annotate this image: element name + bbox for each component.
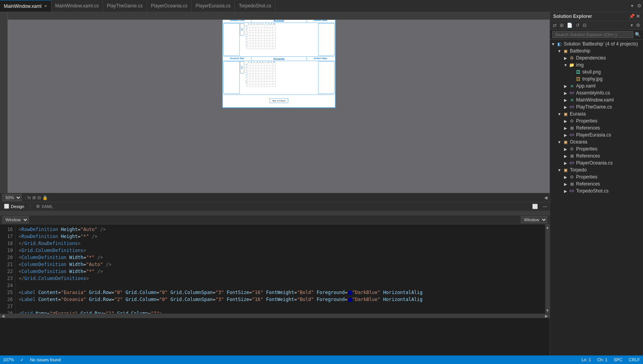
se-collapse-btn[interactable]: ⊟ — [582, 22, 588, 29]
oceania-refs-icon: ⊞ — [569, 153, 575, 159]
designer-canvas[interactable]: Oceania's Shot Eurasia Sunken Ships — [8, 20, 550, 193]
zoom-select[interactable]: 50% 100% 150% — [2, 194, 22, 201]
expand-eurasia-icon[interactable]: ▼ — [556, 111, 562, 117]
expand-dependencies-icon[interactable]: ▶ — [562, 55, 569, 61]
expand-oceania-icon[interactable]: ▼ — [556, 139, 562, 145]
se-oceania-properties[interactable]: ▶ ⚙ Properties — [550, 145, 643, 152]
grid-icon: ⊞ — [32, 195, 36, 200]
settings-icon[interactable]: ⚙ — [636, 3, 643, 9]
code-content[interactable]: <RowDefinition Height="Auto" /> <RowDefi… — [16, 224, 545, 313]
se-oceania-references[interactable]: ▶ ⊞ References — [550, 152, 643, 159]
se-battleship[interactable]: ▼ ▣ Battleship — [550, 47, 643, 54]
expand-oceania-props-icon[interactable]: ▶ — [562, 146, 569, 152]
expand-appxaml-icon[interactable]: ▶ — [562, 83, 569, 89]
tab-bar: MainWindow.xaml ✕ MainWindow.xaml.cs Pla… — [0, 0, 643, 12]
app-xaml-icon: ≋ — [569, 83, 575, 89]
expand-playthegame-icon[interactable]: ▶ — [562, 104, 569, 110]
tab-mainwindow-cs[interactable]: MainWindow.xaml.cs — [51, 0, 103, 12]
se-playeroceania[interactable]: ▶ C# PlayerOceania.cs — [550, 159, 643, 166]
img-folder-icon: 📁 — [569, 62, 575, 68]
expand-torpedo-refs-icon[interactable]: ▶ — [562, 181, 569, 187]
se-mainwindow-xaml[interactable]: ▶ ≋ MainWindow.xaml — [550, 96, 643, 103]
minimize-icon[interactable]: — — [540, 204, 550, 209]
code-left-selector[interactable]: Window — [2, 216, 29, 223]
se-torpedoshot[interactable]: ▶ C# TorpedoShot.cs — [550, 187, 643, 194]
code-horizontal-scrollbar[interactable]: ◀ ▶ — [0, 313, 550, 318]
torpedo-project-icon: ▣ — [562, 167, 569, 173]
se-title-bar: Solution Explorer 📌 ✕ — [550, 12, 643, 21]
se-show-all-btn[interactable]: 📄 — [566, 22, 574, 29]
line-numbers: 16 17 18 19 20 21 22 23 24 25 26 27 28 2… — [0, 224, 16, 313]
playeroceania-icon: C# — [569, 160, 575, 166]
se-tree: ▼ ◧ Solution 'Battleship' (4 of 4 projec… — [550, 40, 643, 355]
expand-assemblyinfo-icon[interactable]: ▶ — [562, 90, 569, 96]
se-close-icon[interactable]: ✕ — [636, 14, 640, 19]
status-ch: Ch: 1 — [597, 357, 607, 362]
expand-torpedo-icon[interactable]: ▼ — [556, 167, 562, 173]
se-toolbar: ⇄ ⊞ 📄 ↺ ⊟ ▾ ⚙ — [550, 21, 643, 30]
se-solution[interactable]: ▼ ◧ Solution 'Battleship' (4 of 4 projec… — [550, 40, 643, 47]
se-skull-png[interactable]: 🖼 skull.png — [550, 68, 643, 75]
playthegame-icon: C# — [569, 104, 575, 110]
code-vertical-scrollbar[interactable]: ▲ ▼ — [545, 224, 550, 313]
expand-solution-icon[interactable]: ▼ — [550, 41, 556, 47]
expand-eurasia-props-icon[interactable]: ▶ — [562, 118, 569, 124]
tab-playeroceania[interactable]: PlayerOceania.cs — [147, 0, 192, 12]
expand-icon[interactable]: ⬜ — [530, 204, 540, 209]
playereurasia-icon: C# — [569, 132, 575, 138]
se-torpedo[interactable]: ▼ ▣ Torpedo — [550, 166, 643, 173]
search-icon[interactable]: 🔍 — [635, 32, 641, 37]
code-right-selector[interactable]: Window — [521, 216, 547, 223]
design-icon: ⬜ — [4, 204, 9, 209]
expand-playeroceania-icon[interactable]: ▶ — [562, 160, 569, 166]
scroll-left-icon[interactable]: ◀ — [544, 195, 547, 200]
horizontal-scrollbar[interactable] — [0, 210, 550, 215]
design-tab[interactable]: ⬜ Design — [0, 203, 28, 210]
se-img-folder[interactable]: ▼ 📁 img — [550, 61, 643, 68]
se-playereurasia[interactable]: ▶ C# PlayerEurasia.cs — [550, 131, 643, 138]
tab-playereurasia[interactable]: PlayerEurasia.cs — [192, 0, 235, 12]
se-filter-btn[interactable]: ▾ — [629, 22, 634, 29]
torpedoshot-icon: C# — [569, 188, 575, 194]
eurasia-project-icon: ▣ — [562, 111, 569, 117]
oceania-props-icon: ⚙ — [569, 146, 575, 152]
se-search-input[interactable] — [552, 31, 633, 38]
se-refresh-btn[interactable]: ↺ — [575, 22, 581, 29]
expand-img-icon[interactable]: ▼ — [562, 62, 569, 68]
se-more-btn[interactable]: ⚙ — [635, 22, 641, 29]
se-app-xaml[interactable]: ▶ ≋ App.xaml — [550, 82, 643, 89]
expand-oceania-refs-icon[interactable]: ▶ — [562, 153, 569, 159]
expand-mainwindow-icon[interactable]: ▶ — [562, 97, 569, 103]
se-properties-btn[interactable]: ⊞ — [559, 22, 565, 29]
expand-battleship-icon[interactable]: ▼ — [556, 48, 562, 54]
tab-close-icon[interactable]: ✕ — [44, 4, 47, 8]
section2-right-label: Sunken Ships — [307, 57, 334, 60]
se-eurasia-properties[interactable]: ▶ ⚙ Properties — [550, 117, 643, 124]
se-eurasia-references[interactable]: ▶ ⊞ References — [550, 124, 643, 131]
se-torpedo-properties[interactable]: ▶ ⚙ Properties — [550, 173, 643, 180]
section2-center-label: Oceania — [251, 57, 307, 60]
expand-torpedo-props-icon[interactable]: ▶ — [562, 174, 569, 180]
view-tabs: ⬜ Design | ⊞ XAML ⬜ — — [0, 202, 550, 210]
se-torpedo-references[interactable]: ▶ ⊞ References — [550, 180, 643, 187]
expand-eurasia-refs-icon[interactable]: ▶ — [562, 125, 569, 131]
xaml-tab[interactable]: ⊞ XAML — [32, 203, 57, 210]
se-trophy-jpg[interactable]: 🖼 trophy.jpg — [550, 75, 643, 82]
tab-overflow[interactable]: ▾ — [629, 3, 636, 9]
tab-torpedoshot[interactable]: TorpedoShot.cs — [235, 0, 275, 12]
expand-playereurasia-icon[interactable]: ▶ — [562, 132, 569, 138]
trophy-jpg-icon: 🖼 — [575, 76, 581, 82]
tab-playthegame[interactable]: PlayTheGame.cs — [103, 0, 147, 12]
status-message: No issues found — [30, 357, 61, 362]
expand-torpedoshot-icon[interactable]: ▶ — [562, 188, 569, 194]
se-sync-btn[interactable]: ⇄ — [552, 22, 558, 29]
assemblyinfo-icon: C# — [569, 90, 575, 96]
se-assemblyinfo[interactable]: ▶ C# AssemblyInfo.cs — [550, 89, 643, 96]
tab-mainwindow-xaml[interactable]: MainWindow.xaml ✕ — [0, 0, 51, 12]
se-oceania[interactable]: ▼ ▣ Oceania — [550, 138, 643, 145]
war-in-peace-button[interactable]: War in Peace — [270, 98, 288, 103]
pin-icon[interactable]: 📌 — [629, 14, 635, 19]
se-playthegame[interactable]: ▶ C# PlayTheGame.cs — [550, 103, 643, 110]
se-eurasia[interactable]: ▼ ▣ Eurasia — [550, 110, 643, 117]
se-dependencies[interactable]: ▶ ⚙ Dependencies — [550, 54, 643, 61]
